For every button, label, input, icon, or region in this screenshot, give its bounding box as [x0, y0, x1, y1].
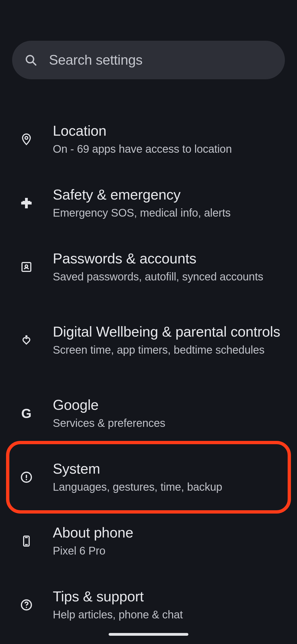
settings-item-subtitle: Pixel 6 Pro: [53, 543, 283, 558]
settings-item-tips[interactable]: Tips & support Help articles, phone & ch…: [0, 573, 297, 637]
svg-point-7: [25, 335, 28, 337]
settings-item-location[interactable]: Location On - 69 apps have access to loc…: [0, 107, 297, 171]
help-icon: [18, 598, 35, 612]
settings-item-system[interactable]: System Languages, gestures, time, backup: [0, 445, 297, 509]
svg-rect-4: [25, 198, 28, 208]
settings-item-subtitle: Languages, gestures, time, backup: [53, 479, 283, 495]
svg-point-2: [25, 137, 28, 139]
settings-item-subtitle: Emergency SOS, medical info, alerts: [53, 205, 283, 220]
settings-item-title: About phone: [53, 524, 283, 542]
settings-item-subtitle: Screen time, app timers, bedtime schedul…: [53, 342, 283, 358]
search-icon: [24, 53, 37, 67]
about-icon: [18, 534, 35, 548]
settings-item-title: Digital Wellbeing & parental controls: [53, 323, 283, 341]
safety-icon: [18, 197, 35, 210]
settings-item-wellbeing[interactable]: Digital Wellbeing & parental controls Sc…: [0, 299, 297, 381]
settings-list: Location On - 69 apps have access to loc…: [0, 107, 297, 637]
settings-item-subtitle: Saved passwords, autofill, synced accoun…: [53, 269, 283, 284]
settings-item-title: Google: [53, 396, 283, 414]
svg-line-1: [33, 62, 36, 65]
settings-item-google[interactable]: G Google Services & preferences: [0, 381, 297, 445]
system-icon: [18, 471, 35, 484]
settings-item-subtitle: Services & preferences: [53, 416, 283, 431]
settings-item-title: Location: [53, 122, 283, 140]
svg-point-15: [26, 607, 27, 608]
svg-point-6: [25, 265, 28, 267]
passwords-icon: [18, 260, 35, 274]
settings-item-title: Tips & support: [53, 588, 283, 605]
location-icon: [18, 133, 35, 146]
gesture-nav-pill[interactable]: [109, 633, 188, 636]
settings-item-passwords[interactable]: Passwords & accounts Saved passwords, au…: [0, 235, 297, 299]
settings-item-safety[interactable]: Safety & emergency Emergency SOS, medica…: [0, 171, 297, 235]
settings-item-subtitle: On - 69 apps have access to location: [53, 141, 283, 157]
settings-item-about[interactable]: About phone Pixel 6 Pro: [0, 509, 297, 573]
svg-point-10: [26, 479, 27, 480]
settings-item-title: Passwords & accounts: [53, 250, 283, 268]
search-placeholder: Search settings: [49, 52, 142, 68]
settings-item-title: System: [53, 460, 283, 478]
wellbeing-icon: [18, 334, 35, 347]
search-settings[interactable]: Search settings: [12, 41, 285, 79]
settings-item-subtitle: Help articles, phone & chat: [53, 607, 283, 622]
settings-item-title: Safety & emergency: [53, 186, 283, 204]
google-icon: G: [18, 406, 35, 421]
